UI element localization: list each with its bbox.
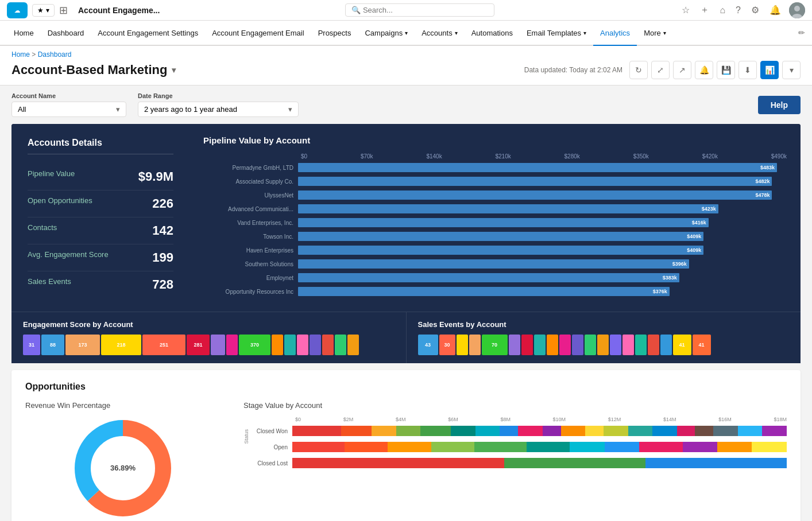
pipeline-bar-track: $396k bbox=[298, 259, 787, 269]
pipeline-bar-row: Associated Supply Co. $482k bbox=[203, 176, 787, 187]
sales-event-segment bbox=[610, 335, 621, 355]
nav-item-analytics[interactable]: Analytics bbox=[593, 21, 637, 46]
bell-icon[interactable]: 🔔 bbox=[767, 2, 783, 18]
date-range-select[interactable]: 2 years ago to 1 year ahead ▾ bbox=[138, 102, 299, 117]
stage-axis-label: $18M bbox=[774, 417, 787, 422]
breadcrumb-home-link[interactable]: Home bbox=[11, 50, 30, 59]
revenue-win-chart: Revenue Win Percentage 36.89% Closed Los… bbox=[25, 401, 221, 521]
star-utility-icon[interactable]: ☆ bbox=[679, 2, 692, 18]
nav-item-prospects[interactable]: Prospects bbox=[311, 21, 358, 46]
engagement-segment bbox=[322, 335, 334, 355]
engagement-colorbar: 3188173218251281370 bbox=[23, 335, 395, 355]
engagement-segment: 281 bbox=[187, 335, 210, 355]
nav-item-account-engagement-settings[interactable]: Account Engagement Settings bbox=[91, 21, 205, 46]
nav-item-more[interactable]: More ▾ bbox=[637, 21, 673, 46]
pipeline-bar-label: Vand Enterprises, Inc. bbox=[203, 220, 298, 226]
download-button[interactable]: ⬇ bbox=[738, 61, 757, 79]
expand-button[interactable]: ⤢ bbox=[651, 61, 670, 79]
refresh-button[interactable]: ↻ bbox=[629, 61, 648, 79]
account-name-select[interactable]: All ▾ bbox=[11, 102, 126, 117]
engagement-segment: 251 bbox=[142, 335, 185, 355]
sales-event-segment bbox=[469, 335, 481, 355]
stage-segment bbox=[717, 442, 752, 452]
nav-item-automations[interactable]: Automations bbox=[465, 21, 520, 46]
chevron-down-icon: ▾ bbox=[46, 6, 49, 14]
stage-segment bbox=[292, 426, 341, 436]
help-icon[interactable]: ? bbox=[733, 3, 743, 18]
add-icon[interactable]: ＋ bbox=[698, 2, 712, 18]
settings-icon[interactable]: ⚙ bbox=[749, 2, 761, 18]
nav-item-dashboard[interactable]: Dashboard bbox=[41, 21, 91, 46]
sales-event-segment: 41 bbox=[673, 335, 691, 355]
nav-item-account-engagement-email[interactable]: Account Engagement Email bbox=[205, 21, 311, 46]
more-chevron-icon: ▾ bbox=[663, 30, 666, 36]
pipeline-bar-track: $483k bbox=[298, 163, 787, 172]
pipeline-bar-track: $423k bbox=[298, 204, 787, 213]
engagement-segment bbox=[335, 335, 346, 355]
accounts-chevron-icon: ▾ bbox=[455, 30, 458, 36]
stage-bar-track bbox=[292, 458, 787, 468]
sales-event-segment: 43 bbox=[418, 335, 438, 355]
pipeline-bar-row: Haven Enterprises $409k bbox=[203, 244, 787, 256]
nav-item-home[interactable]: Home bbox=[7, 21, 41, 46]
pipeline-bar-value: $482k bbox=[755, 178, 770, 184]
pipeline-bar-label: Permadyne GmbH, LTD bbox=[203, 165, 298, 171]
stage-axis-labels: $0$2M$4M$6M$8M$10M$12M$14M$16M$18M bbox=[255, 417, 787, 422]
axis-label: $350k bbox=[633, 153, 649, 160]
account-name-chevron-icon: ▾ bbox=[116, 105, 120, 114]
stage-segment bbox=[475, 426, 500, 436]
pipeline-bar-value: $478k bbox=[755, 192, 770, 198]
stage-bar-track bbox=[292, 442, 787, 452]
sales-event-segment bbox=[457, 335, 468, 355]
grid-icon[interactable]: ⊞ bbox=[59, 4, 68, 17]
pipeline-bar-row: Permadyne GmbH, LTD $483k bbox=[203, 162, 787, 173]
pipeline-bar-row: UlyssesNet $478k bbox=[203, 189, 787, 201]
save-button[interactable]: 💾 bbox=[717, 61, 735, 79]
search-input[interactable] bbox=[363, 6, 488, 14]
pipeline-chart-title: Pipeline Value by Account bbox=[203, 135, 787, 145]
nav-item-accounts[interactable]: Accounts ▾ bbox=[415, 21, 464, 46]
breadcrumb-dashboard-link[interactable]: Dashboard bbox=[38, 50, 72, 59]
subscribe-button[interactable]: 🔔 bbox=[695, 61, 713, 79]
stage-bar-label: Closed Lost bbox=[255, 460, 292, 466]
share-button[interactable]: ↗ bbox=[673, 61, 691, 79]
help-button[interactable]: Help bbox=[758, 96, 801, 114]
stage-segment bbox=[388, 442, 431, 452]
nav-item-email-templates[interactable]: Email Templates ▾ bbox=[520, 21, 593, 46]
stage-value-title: Stage Value by Account bbox=[243, 401, 787, 410]
engagement-segment: 173 bbox=[65, 335, 100, 355]
stage-chart-container: Status $0$2M$4M$6M$8M$10M$12M$14M$16M$18… bbox=[243, 417, 787, 473]
salesforce-logo[interactable]: ☁ bbox=[7, 2, 28, 18]
chart-button[interactable]: 📊 bbox=[760, 61, 779, 79]
pipeline-bar-value: $396k bbox=[672, 261, 687, 267]
pipeline-bar-label: Towson Inc. bbox=[203, 234, 298, 240]
more-options-button[interactable]: ▾ bbox=[782, 61, 801, 79]
metric-label: Contacts bbox=[28, 223, 57, 238]
pipeline-bar-row: Towson Inc. $409k bbox=[203, 231, 787, 242]
engagement-segment: 218 bbox=[101, 335, 141, 355]
metric-row: Contacts 142 bbox=[28, 217, 173, 244]
date-range-filter: Date Range 2 years ago to 1 year ahead ▾ bbox=[138, 92, 299, 117]
pipeline-bar-track: $409k bbox=[298, 232, 787, 241]
svg-point-3 bbox=[794, 6, 800, 11]
nav-item-campaigns[interactable]: Campaigns ▾ bbox=[358, 21, 415, 46]
engagement-segment bbox=[226, 335, 238, 355]
stage-segment bbox=[752, 442, 786, 452]
engagement-panel: Engagement Score by Account 318817321825… bbox=[11, 312, 407, 363]
home-icon[interactable]: ⌂ bbox=[717, 3, 728, 18]
avatar[interactable] bbox=[789, 2, 805, 18]
sales-event-segment bbox=[521, 335, 533, 355]
favorites-button[interactable]: ★ ▾ bbox=[32, 4, 55, 17]
stage-segment bbox=[341, 426, 372, 436]
utility-bar-right: ☆ ＋ ⌂ ? ⚙ 🔔 bbox=[679, 2, 805, 18]
filter-bar: Account Name All ▾ Date Range 2 years ag… bbox=[0, 85, 812, 124]
breadcrumb-separator: > bbox=[32, 50, 37, 59]
donut-wrapper: 36.89% Closed Lost Closed Won bbox=[25, 417, 221, 521]
page-title-dropdown-icon[interactable]: ▾ bbox=[172, 65, 176, 75]
stage-bar-row: Closed Won bbox=[255, 425, 787, 437]
axis-label: $210k bbox=[496, 153, 511, 160]
edit-nav-icon[interactable]: ✏ bbox=[798, 28, 805, 37]
engagement-segment bbox=[297, 335, 308, 355]
pipeline-bar-value: $409k bbox=[687, 247, 701, 253]
svg-text:36.89%: 36.89% bbox=[110, 464, 136, 472]
